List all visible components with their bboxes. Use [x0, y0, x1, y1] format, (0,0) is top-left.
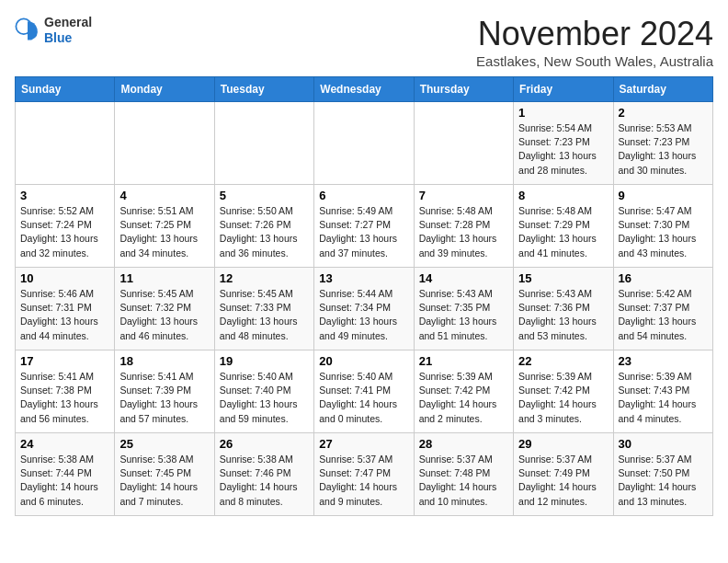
- calendar-cell: 17Sunrise: 5:41 AMSunset: 7:38 PMDayligh…: [16, 350, 115, 433]
- day-info: Sunrise: 5:38 AMSunset: 7:45 PMDaylight:…: [119, 453, 209, 509]
- day-info: Sunrise: 5:41 AMSunset: 7:38 PMDaylight:…: [20, 370, 109, 426]
- calendar-cell: 27Sunrise: 5:37 AMSunset: 7:47 PMDayligh…: [314, 433, 414, 516]
- calendar-cell: 22Sunrise: 5:39 AMSunset: 7:42 PMDayligh…: [514, 350, 613, 433]
- day-number: 13: [319, 271, 408, 285]
- calendar-cell: 2Sunrise: 5:53 AMSunset: 7:23 PMDaylight…: [613, 102, 712, 185]
- day-number: 16: [619, 271, 708, 285]
- calendar-cell: 25Sunrise: 5:38 AMSunset: 7:45 PMDayligh…: [115, 433, 214, 516]
- title-section: November 2024 Eastlakes, New South Wales…: [476, 15, 713, 69]
- week-row-2: 3Sunrise: 5:52 AMSunset: 7:24 PMDaylight…: [16, 185, 713, 268]
- calendar-cell: 7Sunrise: 5:48 AMSunset: 7:28 PMDaylight…: [414, 185, 513, 268]
- day-info: Sunrise: 5:45 AMSunset: 7:33 PMDaylight:…: [220, 287, 309, 343]
- calendar-cell: 14Sunrise: 5:43 AMSunset: 7:35 PMDayligh…: [414, 268, 513, 350]
- calendar-cell: 20Sunrise: 5:40 AMSunset: 7:41 PMDayligh…: [314, 350, 414, 433]
- day-number: 30: [619, 437, 708, 451]
- day-info: Sunrise: 5:38 AMSunset: 7:46 PMDaylight:…: [220, 453, 309, 509]
- calendar-cell: 29Sunrise: 5:37 AMSunset: 7:49 PMDayligh…: [514, 433, 613, 516]
- day-number: 4: [119, 189, 209, 202]
- calendar-cell: 9Sunrise: 5:47 AMSunset: 7:30 PMDaylight…: [613, 185, 712, 268]
- day-number: 17: [20, 354, 109, 368]
- month-title: November 2024: [476, 15, 713, 53]
- day-number: 7: [419, 189, 508, 202]
- calendar-cell: 4Sunrise: 5:51 AMSunset: 7:25 PMDaylight…: [115, 185, 214, 268]
- week-row-4: 17Sunrise: 5:41 AMSunset: 7:38 PMDayligh…: [16, 350, 713, 433]
- day-info: Sunrise: 5:43 AMSunset: 7:35 PMDaylight:…: [419, 287, 508, 343]
- calendar-cell: 30Sunrise: 5:37 AMSunset: 7:50 PMDayligh…: [613, 433, 712, 516]
- calendar-cell: 18Sunrise: 5:41 AMSunset: 7:39 PMDayligh…: [115, 350, 214, 433]
- day-number: 18: [119, 354, 209, 368]
- day-number: 11: [119, 271, 209, 285]
- day-info: Sunrise: 5:39 AMSunset: 7:42 PMDaylight:…: [419, 370, 508, 426]
- day-number: 22: [518, 354, 608, 368]
- day-info: Sunrise: 5:54 AMSunset: 7:23 PMDaylight:…: [518, 121, 608, 178]
- logo: General Blue: [15, 15, 92, 46]
- header-day-saturday: Saturday: [613, 77, 712, 102]
- day-info: Sunrise: 5:50 AMSunset: 7:26 PMDaylight:…: [220, 204, 309, 260]
- day-number: 19: [220, 354, 309, 368]
- header-day-sunday: Sunday: [16, 77, 115, 102]
- header-day-monday: Monday: [115, 77, 214, 102]
- day-info: Sunrise: 5:37 AMSunset: 7:47 PMDaylight:…: [319, 453, 408, 509]
- day-number: 29: [518, 437, 608, 451]
- header-day-tuesday: Tuesday: [214, 77, 313, 102]
- day-number: 25: [119, 437, 209, 451]
- day-info: Sunrise: 5:48 AMSunset: 7:29 PMDaylight:…: [518, 204, 608, 260]
- calendar-header: SundayMondayTuesdayWednesdayThursdayFrid…: [16, 77, 713, 102]
- calendar-body: 1Sunrise: 5:54 AMSunset: 7:23 PMDaylight…: [16, 102, 713, 516]
- calendar-cell: 1Sunrise: 5:54 AMSunset: 7:23 PMDaylight…: [514, 102, 613, 185]
- calendar-table: SundayMondayTuesdayWednesdayThursdayFrid…: [15, 76, 713, 516]
- day-number: 10: [20, 271, 109, 285]
- calendar-cell: 23Sunrise: 5:39 AMSunset: 7:43 PMDayligh…: [613, 350, 712, 433]
- day-info: Sunrise: 5:49 AMSunset: 7:27 PMDaylight:…: [319, 204, 408, 260]
- calendar-cell: 5Sunrise: 5:50 AMSunset: 7:26 PMDaylight…: [214, 185, 313, 268]
- day-number: 3: [20, 189, 109, 202]
- day-info: Sunrise: 5:39 AMSunset: 7:43 PMDaylight:…: [619, 370, 708, 426]
- logo-text: General Blue: [44, 15, 92, 46]
- day-info: Sunrise: 5:43 AMSunset: 7:36 PMDaylight:…: [518, 287, 608, 343]
- page-header: General Blue November 2024 Eastlakes, Ne…: [15, 15, 713, 69]
- day-number: 14: [419, 271, 508, 285]
- logo-general: General: [44, 15, 92, 30]
- day-info: Sunrise: 5:53 AMSunset: 7:23 PMDaylight:…: [619, 121, 708, 178]
- calendar-cell: 24Sunrise: 5:38 AMSunset: 7:44 PMDayligh…: [16, 433, 115, 516]
- calendar-cell: [115, 102, 214, 185]
- day-info: Sunrise: 5:37 AMSunset: 7:49 PMDaylight:…: [518, 453, 608, 509]
- header-row: SundayMondayTuesdayWednesdayThursdayFrid…: [16, 77, 713, 102]
- day-info: Sunrise: 5:51 AMSunset: 7:25 PMDaylight:…: [119, 204, 209, 260]
- day-info: Sunrise: 5:42 AMSunset: 7:37 PMDaylight:…: [619, 287, 708, 343]
- week-row-3: 10Sunrise: 5:46 AMSunset: 7:31 PMDayligh…: [16, 268, 713, 350]
- day-number: 8: [518, 189, 608, 202]
- day-info: Sunrise: 5:39 AMSunset: 7:42 PMDaylight:…: [518, 370, 608, 426]
- calendar-cell: 21Sunrise: 5:39 AMSunset: 7:42 PMDayligh…: [414, 350, 513, 433]
- header-day-thursday: Thursday: [414, 77, 513, 102]
- calendar-cell: [314, 102, 414, 185]
- calendar-cell: 11Sunrise: 5:45 AMSunset: 7:32 PMDayligh…: [115, 268, 214, 350]
- day-info: Sunrise: 5:38 AMSunset: 7:44 PMDaylight:…: [20, 453, 109, 509]
- day-number: 15: [518, 271, 608, 285]
- day-number: 21: [419, 354, 508, 368]
- header-day-friday: Friday: [514, 77, 613, 102]
- day-number: 24: [20, 437, 109, 451]
- day-number: 12: [220, 271, 309, 285]
- day-number: 1: [518, 106, 608, 120]
- calendar-cell: 19Sunrise: 5:40 AMSunset: 7:40 PMDayligh…: [214, 350, 313, 433]
- day-info: Sunrise: 5:52 AMSunset: 7:24 PMDaylight:…: [20, 204, 109, 260]
- week-row-5: 24Sunrise: 5:38 AMSunset: 7:44 PMDayligh…: [16, 433, 713, 516]
- day-info: Sunrise: 5:40 AMSunset: 7:40 PMDaylight:…: [220, 370, 309, 426]
- calendar-cell: 10Sunrise: 5:46 AMSunset: 7:31 PMDayligh…: [16, 268, 115, 350]
- week-row-1: 1Sunrise: 5:54 AMSunset: 7:23 PMDaylight…: [16, 102, 713, 185]
- day-info: Sunrise: 5:40 AMSunset: 7:41 PMDaylight:…: [319, 370, 408, 426]
- calendar-cell: 6Sunrise: 5:49 AMSunset: 7:27 PMDaylight…: [314, 185, 414, 268]
- header-day-wednesday: Wednesday: [314, 77, 414, 102]
- location: Eastlakes, New South Wales, Australia: [476, 53, 713, 69]
- day-number: 6: [319, 189, 408, 202]
- day-number: 27: [319, 437, 408, 451]
- calendar-cell: 28Sunrise: 5:37 AMSunset: 7:48 PMDayligh…: [414, 433, 513, 516]
- day-info: Sunrise: 5:44 AMSunset: 7:34 PMDaylight:…: [319, 287, 408, 343]
- day-number: 28: [419, 437, 508, 451]
- day-info: Sunrise: 5:45 AMSunset: 7:32 PMDaylight:…: [119, 287, 209, 343]
- calendar-cell: 13Sunrise: 5:44 AMSunset: 7:34 PMDayligh…: [314, 268, 414, 350]
- logo-blue: Blue: [44, 30, 92, 46]
- day-number: 5: [220, 189, 309, 202]
- logo-icon: [15, 17, 40, 43]
